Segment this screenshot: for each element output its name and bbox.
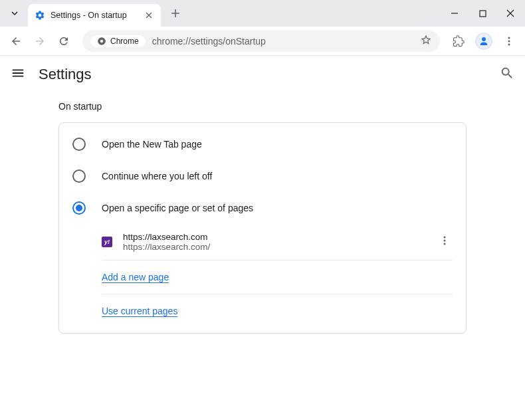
startup-pages-list: y! https://laxsearch.com https://laxsear…	[59, 224, 466, 328]
tab-close-button[interactable]	[144, 10, 154, 21]
page-title: Settings	[39, 66, 486, 83]
minimize-button[interactable]	[445, 4, 464, 23]
more-vert-icon	[439, 235, 450, 246]
site-info-chip[interactable]: Chrome	[90, 35, 146, 47]
plus-icon	[171, 9, 180, 18]
chevron-down-icon	[11, 9, 19, 17]
svg-rect-0	[480, 11, 486, 17]
toolbar: Chrome chrome://settings/onStartup	[0, 27, 525, 56]
radio-button[interactable]	[72, 169, 86, 183]
address-bar[interactable]: Chrome chrome://settings/onStartup	[82, 31, 440, 52]
radio-label: Open a specific page or set of pages	[102, 203, 253, 213]
forward-button[interactable]	[29, 31, 51, 52]
svg-point-6	[508, 43, 510, 45]
startup-options-card: Open the New Tab page Continue where you…	[58, 122, 467, 334]
avatar-icon	[475, 33, 492, 50]
back-button[interactable]	[5, 31, 27, 52]
radio-continue[interactable]: Continue where you left off	[59, 160, 466, 192]
svg-point-3	[482, 37, 486, 41]
tab-search-dropdown[interactable]	[5, 4, 24, 23]
toolbar-right	[448, 31, 520, 52]
site-info-label: Chrome	[110, 37, 139, 46]
profile-button[interactable]	[473, 31, 494, 52]
arrow-left-icon	[10, 35, 22, 47]
use-current-row: Use current pages	[102, 294, 453, 328]
page-menu-button[interactable]	[437, 233, 453, 251]
svg-point-5	[508, 40, 510, 42]
page-favicon: y!	[102, 237, 112, 247]
more-vert-icon	[504, 36, 514, 47]
use-current-pages-link[interactable]: Use current pages	[102, 306, 177, 317]
hamburger-icon	[11, 66, 25, 80]
svg-point-4	[508, 37, 510, 39]
reload-icon	[58, 35, 70, 47]
title-bar: Settings - On startup	[0, 0, 525, 27]
browser-tab[interactable]: Settings - On startup	[28, 4, 161, 27]
add-page-row: Add a new page	[102, 261, 453, 294]
star-icon	[420, 34, 432, 46]
close-icon	[146, 12, 152, 19]
section-title: On startup	[0, 101, 525, 122]
radio-label: Open the New Tab page	[102, 139, 202, 150]
radio-button[interactable]	[72, 201, 86, 215]
extensions-button[interactable]	[448, 31, 469, 52]
bookmark-button[interactable]	[420, 34, 432, 49]
close-window-button[interactable]	[501, 4, 520, 23]
chrome-logo-icon	[97, 37, 106, 46]
svg-point-7	[444, 237, 446, 239]
reload-button[interactable]	[53, 31, 74, 52]
maximize-icon	[479, 10, 486, 17]
startup-page-row: y! https://laxsearch.com https://laxsear…	[102, 224, 453, 261]
chrome-menu-button[interactable]	[498, 31, 520, 52]
svg-point-2	[100, 39, 104, 43]
maximize-button[interactable]	[473, 4, 492, 23]
svg-point-8	[444, 240, 446, 242]
arrow-right-icon	[34, 35, 46, 47]
tab-title: Settings - On startup	[51, 11, 138, 20]
page-url-text: https://laxsearch.com/	[123, 242, 426, 252]
minimize-icon	[451, 9, 459, 17]
add-new-page-link[interactable]: Add a new page	[102, 272, 169, 283]
search-icon	[500, 66, 514, 80]
radio-new-tab-page[interactable]: Open the New Tab page	[59, 128, 466, 160]
close-icon	[506, 9, 514, 17]
url-text: chrome://settings/onStartup	[152, 36, 413, 47]
radio-label: Continue where you left off	[102, 171, 212, 181]
settings-gear-icon	[35, 10, 45, 21]
page-title-text: https://laxsearch.com	[123, 232, 426, 242]
window-controls	[445, 4, 520, 23]
puzzle-icon	[453, 35, 465, 47]
svg-point-9	[444, 243, 446, 245]
new-tab-button[interactable]	[166, 4, 185, 23]
radio-specific-pages[interactable]: Open a specific page or set of pages	[59, 192, 466, 224]
page-info: https://laxsearch.com https://laxsearch.…	[123, 232, 426, 252]
content-area: On startup Open the New Tab page Continu…	[0, 93, 525, 342]
search-button[interactable]	[500, 66, 514, 83]
menu-button[interactable]	[11, 66, 25, 83]
radio-button[interactable]	[72, 138, 86, 151]
settings-header: Settings	[0, 56, 525, 93]
